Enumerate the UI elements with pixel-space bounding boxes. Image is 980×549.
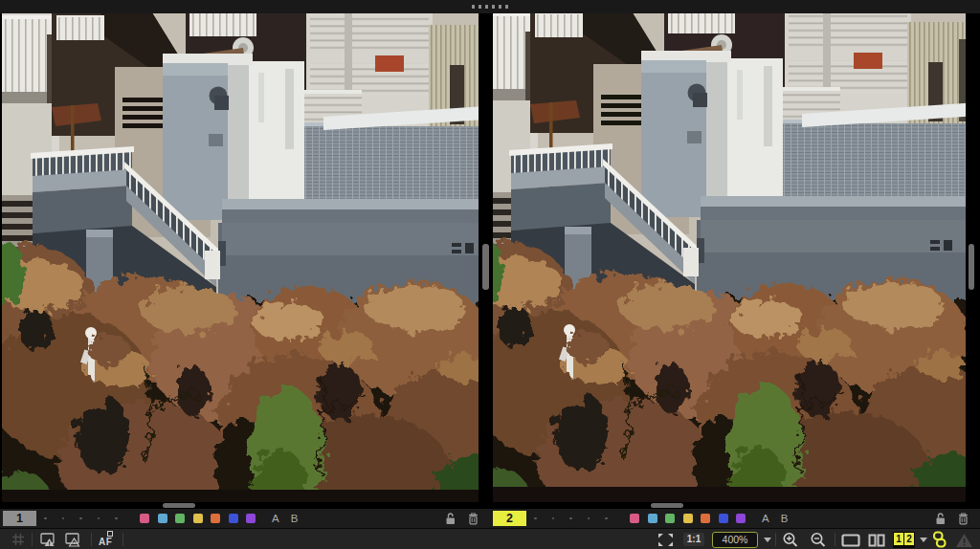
lock-icon[interactable] xyxy=(934,512,947,525)
titlebar-drag-dot xyxy=(485,5,488,9)
zoom-out-icon[interactable] xyxy=(810,532,827,549)
color-tag-swatch[interactable] xyxy=(701,514,710,523)
variant-b-label[interactable]: B xyxy=(781,513,789,524)
rating-dot[interactable] xyxy=(552,517,555,520)
variant-ab-labels: A B xyxy=(762,509,788,528)
variant-b-label[interactable]: B xyxy=(291,513,299,524)
rating-dot[interactable] xyxy=(98,517,100,520)
color-tag-swatch[interactable] xyxy=(140,514,149,523)
color-tag-swatch[interactable] xyxy=(683,514,693,523)
rating-dot[interactable] xyxy=(79,517,82,520)
trash-icon[interactable] xyxy=(957,512,970,525)
color-tag-swatch[interactable] xyxy=(158,514,167,523)
toolbar-divider xyxy=(775,533,776,546)
titlebar-drag-dot xyxy=(479,5,481,9)
toolbar-divider xyxy=(835,533,835,546)
color-tag-swatch[interactable] xyxy=(175,514,185,523)
single-view-icon[interactable] xyxy=(841,534,860,549)
pane-divider-handle[interactable] xyxy=(482,244,489,290)
variant-bar-pane-2: 2 A B xyxy=(490,509,980,528)
zoom-in-icon[interactable] xyxy=(782,532,799,549)
position-badge-2-selected[interactable]: 2 xyxy=(493,511,526,526)
rating-dot[interactable] xyxy=(62,517,65,520)
titlebar[interactable] xyxy=(0,0,980,13)
color-tag-row xyxy=(630,509,746,528)
toolbar-divider xyxy=(32,533,33,546)
one-to-one-icon[interactable]: 1:1 xyxy=(683,533,704,546)
titlebar-drag-dots xyxy=(472,5,508,9)
color-tag-swatch[interactable] xyxy=(211,514,220,523)
horizontal-scrollbar-pane-1[interactable] xyxy=(163,503,195,508)
toolbar-divider xyxy=(122,533,123,546)
bottom-toolbar: AF 1:1 400% 1 2 xyxy=(0,528,980,549)
fit-view-icon[interactable] xyxy=(657,533,674,549)
toolbar-divider xyxy=(91,533,92,546)
color-tag-swatch[interactable] xyxy=(665,514,675,523)
rating-dot[interactable] xyxy=(115,517,118,520)
compare-left-digit: 1 xyxy=(894,533,903,545)
link-panels-icon[interactable] xyxy=(930,531,948,549)
rating-dot[interactable] xyxy=(588,517,590,520)
trash-icon[interactable] xyxy=(467,512,480,525)
color-tag-swatch[interactable] xyxy=(193,514,203,523)
position-badge-1[interactable]: 1 xyxy=(3,511,36,526)
lock-icon[interactable] xyxy=(444,512,457,525)
rating-dot[interactable] xyxy=(569,517,572,520)
titlebar-drag-dot xyxy=(472,5,475,9)
color-tag-swatch[interactable] xyxy=(246,514,256,523)
zoom-dropdown-caret[interactable] xyxy=(764,538,771,542)
titlebar-drag-dot xyxy=(505,5,508,9)
compare-12-icon[interactable]: 1 2 xyxy=(893,532,915,548)
variant-bar: 1 A B 2 A B xyxy=(0,509,980,528)
variant-a-label[interactable]: A xyxy=(272,513,279,524)
grid-overlay-icon[interactable] xyxy=(11,533,25,549)
color-tag-swatch[interactable] xyxy=(648,514,657,523)
compare-dropdown-caret[interactable] xyxy=(920,538,927,542)
titlebar-drag-dot xyxy=(499,5,501,9)
photo-image-2 xyxy=(493,13,966,502)
warning-icon xyxy=(955,533,973,549)
af-points-icon[interactable]: AF xyxy=(99,534,120,547)
rating-dots xyxy=(534,509,608,528)
color-tag-swatch[interactable] xyxy=(229,514,238,523)
zoom-level-input[interactable]: 400% xyxy=(712,532,758,548)
viewer-pane-1[interactable] xyxy=(2,13,479,502)
color-tag-row xyxy=(140,509,256,528)
color-tag-swatch[interactable] xyxy=(736,514,746,523)
af-label: AF xyxy=(99,537,112,547)
horizontal-scrollbar-pane-2[interactable] xyxy=(651,503,683,508)
variant-ab-labels: A B xyxy=(272,509,298,528)
titlebar-drag-dot xyxy=(492,5,495,9)
variant-bar-pane-1: 1 A B xyxy=(0,509,490,528)
compare-right-digit: 2 xyxy=(904,533,914,545)
color-tag-swatch[interactable] xyxy=(719,514,728,523)
rating-dot[interactable] xyxy=(605,517,608,520)
right-edge-handle[interactable] xyxy=(969,244,974,290)
exposure-warning-icon[interactable] xyxy=(40,533,57,549)
focus-warning-icon[interactable] xyxy=(65,533,82,549)
rating-dots xyxy=(44,509,118,528)
color-tag-swatch[interactable] xyxy=(630,514,639,523)
viewer-pane-2[interactable] xyxy=(493,13,966,502)
multi-view-icon[interactable] xyxy=(868,534,885,549)
rating-dot[interactable] xyxy=(534,517,537,520)
rating-dot[interactable] xyxy=(44,517,47,520)
variant-a-label[interactable]: A xyxy=(762,513,769,524)
photo-image-1 xyxy=(2,13,479,502)
app-window: 1 A B 2 A B xyxy=(0,0,980,549)
